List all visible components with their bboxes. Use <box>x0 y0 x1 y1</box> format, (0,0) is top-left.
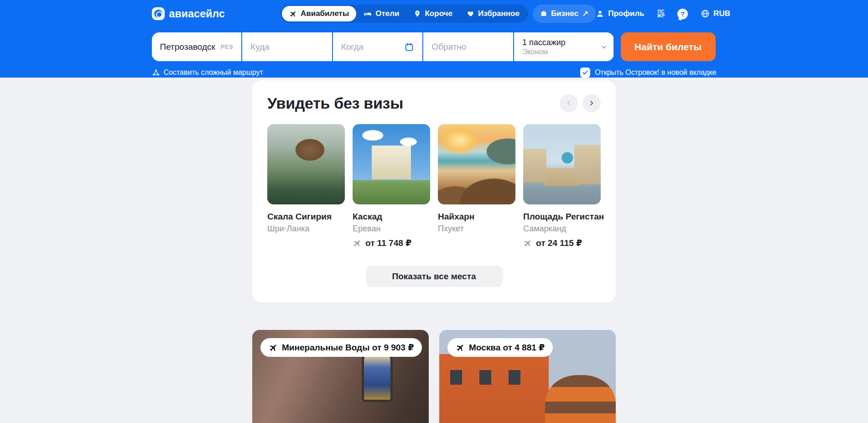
destination-image <box>267 124 345 204</box>
question-mark: ? <box>681 10 685 18</box>
destination-title: Найхарн <box>438 212 515 222</box>
user-icon <box>596 10 604 18</box>
plane-icon <box>454 341 467 354</box>
route-icon <box>152 68 160 77</box>
carousel-next-button[interactable] <box>582 94 601 112</box>
origin-iata-code: PES <box>221 43 234 50</box>
plane-icon <box>267 341 280 354</box>
promo-card-mineralnye-vody[interactable]: Минеральные Воды от 9 903 ₽ <box>252 330 429 423</box>
ostrovok-label: Открыть Островок! в новой вкладке <box>595 68 717 77</box>
help-icon[interactable]: ? <box>677 9 688 19</box>
return-date-placeholder: Обратно <box>431 42 466 52</box>
tab-label: Авиабилеты <box>301 9 349 18</box>
return-date-input[interactable]: Обратно <box>423 32 513 61</box>
tab-oteli[interactable]: Отели <box>356 6 406 21</box>
plane-icon <box>351 236 364 249</box>
lang-line-2: ЖР <box>657 14 665 18</box>
tab-biznes[interactable]: Бизнес ↗ <box>533 5 596 23</box>
ostrovok-checkbox[interactable] <box>580 68 590 78</box>
search-form: Петрозаводск PES Куда Когда Обратно 1 па… <box>152 32 717 61</box>
destination-card-kaskad[interactable]: Каскад Ереван от 11 748 ₽ <box>353 124 430 248</box>
promo-price-badge: Минеральные Воды от 9 903 ₽ <box>260 338 422 357</box>
logo-text: авиасейлс <box>169 8 225 20</box>
destination-title: Каскад <box>353 212 430 222</box>
check-icon <box>582 69 588 76</box>
destination-input[interactable]: Куда <box>242 32 332 61</box>
complex-route-label: Составить сложный маршрут <box>164 68 263 77</box>
destination-card-naiharn[interactable]: Найхарн Пхукет <box>438 124 515 248</box>
biz-label: Бизнес <box>551 9 578 18</box>
carousel-controls <box>560 94 601 112</box>
chevron-left-icon <box>565 99 572 107</box>
nav-right-cluster: Профиль ПС ЖР ? RUB <box>596 9 730 19</box>
visa-free-section: Увидеть без визы Скала Сигирия Шри-Ланка… <box>252 80 616 303</box>
currency-label: RUB <box>713 9 730 18</box>
destination-subtitle: Ереван <box>353 224 430 234</box>
plane-icon <box>287 8 298 19</box>
lang-region-toggle[interactable]: ПС ЖР <box>657 10 665 18</box>
promo-card-moskva[interactable]: Москва от 4 881 ₽ <box>439 330 616 423</box>
logo[interactable]: авиасейлс <box>152 7 225 20</box>
search-options-row: Составить сложный маршрут Открыть Остров… <box>152 68 717 78</box>
chevron-right-icon <box>588 99 595 107</box>
ostrovok-checkbox-row[interactable]: Открыть Островок! в новой вкладке <box>580 68 717 78</box>
destination-card-registan[interactable]: Площадь Регистан Самарканд от 24 115 ₽ <box>523 124 601 248</box>
carousel-prev-button[interactable] <box>560 94 578 112</box>
pin-icon <box>414 10 421 17</box>
destination-title: Площадь Регистан <box>523 212 601 222</box>
destination-image <box>353 124 430 204</box>
bed-icon <box>364 10 372 18</box>
destination-image <box>523 124 601 204</box>
top-header: авиасейлс Авиабилеты Отели Короче Избр <box>0 0 868 78</box>
promo-price-badge: Москва от 4 881 ₽ <box>447 338 553 357</box>
aviasales-logo-icon <box>152 7 165 20</box>
origin-input[interactable]: Петрозаводск PES <box>152 32 242 61</box>
tab-aviabilety[interactable]: Авиабилеты <box>282 6 356 21</box>
complex-route-link[interactable]: Составить сложный маршрут <box>152 68 263 77</box>
destination-image <box>438 124 515 204</box>
orange-building-art <box>439 354 549 423</box>
destination-subtitle: Шри-Ланка <box>267 224 345 234</box>
heart-icon <box>467 10 474 17</box>
tab-koroche[interactable]: Короче <box>406 6 459 21</box>
destination-placeholder: Куда <box>250 42 270 52</box>
depart-date-input[interactable]: Когда <box>333 32 423 61</box>
destination-title: Скала Сигирия <box>267 212 345 222</box>
origin-value: Петрозаводск <box>160 42 215 52</box>
destination-subtitle: Пхукет <box>438 224 515 234</box>
calendar-icon <box>404 42 414 52</box>
profile-button[interactable]: Профиль <box>596 9 645 18</box>
promo-badge-text: Москва от 4 881 ₽ <box>469 342 545 353</box>
plane-icon <box>521 236 534 249</box>
section-title: Увидеть без визы <box>267 94 403 112</box>
chevron-down-icon <box>601 44 607 50</box>
promo-badge-text: Минеральные Воды от 9 903 ₽ <box>282 342 414 353</box>
main-tabs: Авиабилеты Отели Короче Избранное <box>281 5 528 23</box>
currency-selector[interactable]: RUB <box>701 9 730 18</box>
destination-card-sigiriya[interactable]: Скала Сигирия Шри-Ланка <box>267 124 345 248</box>
destination-subtitle: Самарканд <box>523 224 601 234</box>
passengers-value: 1 пассажир <box>522 37 566 47</box>
tab-izbrannoe[interactable]: Избранное <box>460 6 527 21</box>
nav-bar: авиасейлс Авиабилеты Отели Короче Избр <box>152 5 717 23</box>
destination-price: от 24 115 ₽ <box>523 238 601 248</box>
depart-date-placeholder: Когда <box>341 42 364 52</box>
price-text: от 24 115 ₽ <box>536 238 582 248</box>
destinations-carousel: Скала Сигирия Шри-Ланка Каскад Ереван от… <box>267 124 601 248</box>
briefcase-icon <box>540 10 547 17</box>
tab-label: Отели <box>375 9 399 18</box>
tab-label: Короче <box>425 9 452 18</box>
tab-label: Избранное <box>478 9 520 18</box>
search-tickets-button[interactable]: Найти билеты <box>621 32 716 61</box>
profile-label: Профиль <box>608 9 645 18</box>
round-building-art <box>545 375 616 423</box>
show-all-places-button[interactable]: Показать все места <box>366 266 503 287</box>
promo-cards-row: Минеральные Воды от 9 903 ₽ Москва от 4 … <box>252 330 616 423</box>
external-link-icon: ↗ <box>582 9 588 19</box>
destination-price: от 11 748 ₽ <box>353 238 430 248</box>
passengers-selector[interactable]: 1 пассажир Эконом <box>514 32 614 61</box>
globe-icon <box>701 9 710 18</box>
price-text: от 11 748 ₽ <box>365 238 411 248</box>
cabin-class-value: Эконом <box>522 47 548 56</box>
